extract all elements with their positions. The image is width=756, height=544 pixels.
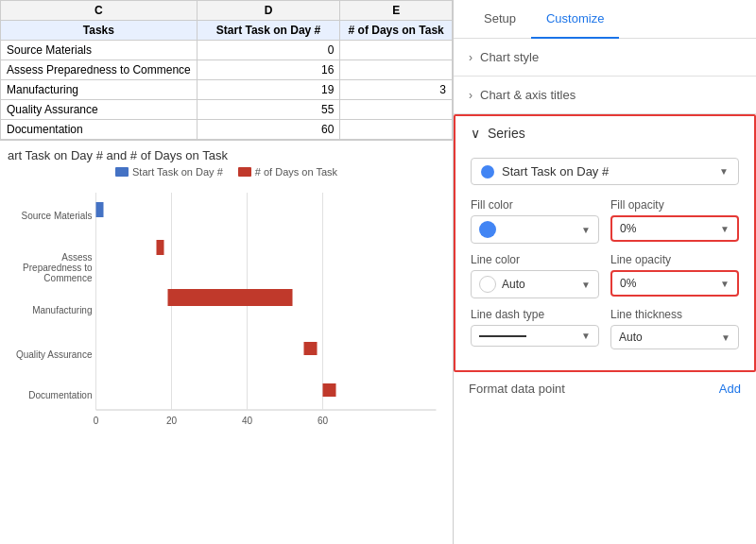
svg-text:Assess: Assess xyxy=(61,252,92,263)
fill-opacity-group: Fill opacity 0% ▼ xyxy=(610,198,739,244)
svg-rect-21 xyxy=(304,342,318,355)
thickness-caret-icon: ▼ xyxy=(721,332,730,343)
days-cell xyxy=(340,41,453,60)
task-cell: Source Materials xyxy=(1,41,198,60)
chart-svg: Source Materials Assess Preparedness to … xyxy=(8,183,445,429)
line-color-select[interactable]: Auto ▼ xyxy=(471,270,599,298)
series-dropdown-left: Start Task on Day # xyxy=(481,164,609,178)
line-opacity-select[interactable]: 0% ▼ xyxy=(610,270,739,297)
fill-color-group: Fill color ▼ xyxy=(471,198,599,244)
svg-rect-22 xyxy=(323,383,336,397)
task-cell: Manufacturing xyxy=(1,80,198,100)
chevron-right-icon: › xyxy=(469,51,472,64)
tab-setup[interactable]: Setup xyxy=(469,0,531,39)
table-row[interactable]: Documentation 60 xyxy=(1,120,453,140)
tab-customize[interactable]: Customize xyxy=(531,0,619,39)
svg-rect-19 xyxy=(157,240,164,255)
num-days-header[interactable]: # of Days on Task xyxy=(340,21,453,41)
accordion-chart-style: › Chart style xyxy=(454,39,756,76)
line-color-left: Auto xyxy=(479,276,525,293)
chart-title: art Task on Day # and # of Days on Task xyxy=(8,148,445,162)
fill-row: Fill color ▼ Fill opacity 0% ▼ xyxy=(471,198,739,244)
days-cell xyxy=(340,100,453,120)
series-selected-label: Start Task on Day # xyxy=(502,164,609,178)
line-thickness-group: Line thickness Auto ▼ xyxy=(610,308,739,349)
left-panel: C D E Tasks Start Task on Day # # of Day… xyxy=(0,0,454,544)
table-row[interactable]: Quality Assurance 55 xyxy=(1,100,453,120)
format-data-point-label: Format data point xyxy=(469,382,565,396)
tabs: Setup Customize xyxy=(454,0,756,39)
fill-color-left xyxy=(479,221,496,238)
table-row[interactable]: Manufacturing 19 3 xyxy=(1,80,453,100)
start-cell: 19 xyxy=(197,80,340,100)
line-opacity-group: Line opacity 0% ▼ xyxy=(610,253,739,298)
legend-item-blue: Start Task on Day # xyxy=(115,166,223,178)
series-label: Series xyxy=(488,126,525,141)
bar-chart: Source Materials Assess Preparedness to … xyxy=(8,183,445,429)
line-opacity-caret-icon: ▼ xyxy=(720,279,730,289)
line-color-caret-icon: ▼ xyxy=(581,280,591,290)
line-opacity-value: 0% xyxy=(620,277,636,290)
fill-color-select[interactable]: ▼ xyxy=(471,215,599,244)
svg-text:Preparedness to: Preparedness to xyxy=(23,263,93,273)
legend-label-red: # of Days on Task xyxy=(255,166,337,178)
col-c-header: C xyxy=(1,1,198,21)
line-dash-select[interactable]: ▼ xyxy=(471,325,599,347)
col-d-header: D xyxy=(197,1,340,21)
chart-style-header[interactable]: › Chart style xyxy=(454,39,756,76)
svg-text:0: 0 xyxy=(94,416,99,426)
start-day-header[interactable]: Start Task on Day # xyxy=(197,21,340,41)
series-content: Start Task on Day # ▼ Fill color ▼ Fill xyxy=(455,150,754,370)
legend-swatch-blue xyxy=(115,167,129,177)
line-color-label: Line color xyxy=(471,253,599,266)
days-cell: 3 xyxy=(340,80,453,100)
table-row[interactable]: Assess Preparedness to Commence 16 xyxy=(1,60,453,80)
line-thickness-select[interactable]: Auto ▼ xyxy=(610,325,739,349)
task-cell: Quality Assurance xyxy=(1,100,198,120)
fill-color-label: Fill color xyxy=(471,198,599,212)
chevron-right-icon-2: › xyxy=(469,89,472,102)
line-color-value: Auto xyxy=(502,278,525,291)
svg-text:Manufacturing: Manufacturing xyxy=(32,305,92,315)
format-data-point-row: Format data point Add xyxy=(454,372,756,401)
chart-area: art Task on Day # and # of Days on Task … xyxy=(0,141,453,544)
line-dash-group: Line dash type ▼ xyxy=(471,308,599,349)
fill-opacity-caret-icon: ▼ xyxy=(720,224,730,234)
line-color-swatch xyxy=(479,276,496,293)
fill-color-swatch xyxy=(479,221,496,238)
table-row[interactable]: Source Materials 0 xyxy=(1,41,453,60)
line-dash-label: Line dash type xyxy=(471,308,599,321)
svg-rect-20 xyxy=(168,289,293,306)
chart-axis-header[interactable]: › Chart & axis titles xyxy=(454,76,756,113)
fill-color-caret-icon: ▼ xyxy=(581,225,591,235)
series-dropdown[interactable]: Start Task on Day # ▼ xyxy=(471,158,739,185)
fill-opacity-label: Fill opacity xyxy=(610,198,739,212)
line-thickness-value: Auto xyxy=(619,331,643,344)
fill-opacity-select[interactable]: 0% ▼ xyxy=(610,215,739,242)
chart-style-label: Chart style xyxy=(480,50,539,64)
tasks-header[interactable]: Tasks xyxy=(1,21,198,41)
line-row: Line color Auto ▼ Line opacity 0% ▼ xyxy=(471,253,739,298)
days-cell xyxy=(340,120,453,140)
dash-row: Line dash type ▼ Line thickness Auto ▼ xyxy=(471,308,739,349)
svg-text:Documentation: Documentation xyxy=(28,390,92,400)
task-cell: Assess Preparedness to Commence xyxy=(1,60,198,80)
task-cell: Documentation xyxy=(1,120,198,140)
accordion-chart-axis: › Chart & axis titles xyxy=(454,76,756,114)
days-cell xyxy=(340,60,453,80)
dropdown-caret-icon: ▼ xyxy=(719,166,729,177)
series-color-dot xyxy=(481,165,494,178)
legend-swatch-red xyxy=(238,167,251,177)
chevron-down-icon: ∨ xyxy=(471,126,480,141)
start-cell: 16 xyxy=(197,60,340,80)
right-panel: Setup Customize › Chart style › Chart & … xyxy=(454,0,756,544)
svg-text:Source Materials: Source Materials xyxy=(21,211,92,221)
start-cell: 55 xyxy=(197,100,340,120)
svg-text:Commence: Commence xyxy=(43,273,93,283)
series-header[interactable]: ∨ Series xyxy=(455,116,754,150)
format-data-point-add[interactable]: Add xyxy=(719,382,741,396)
svg-text:20: 20 xyxy=(166,416,178,426)
svg-rect-18 xyxy=(96,202,104,217)
line-opacity-label: Line opacity xyxy=(610,253,739,266)
svg-text:Quality Assurance: Quality Assurance xyxy=(16,349,93,360)
